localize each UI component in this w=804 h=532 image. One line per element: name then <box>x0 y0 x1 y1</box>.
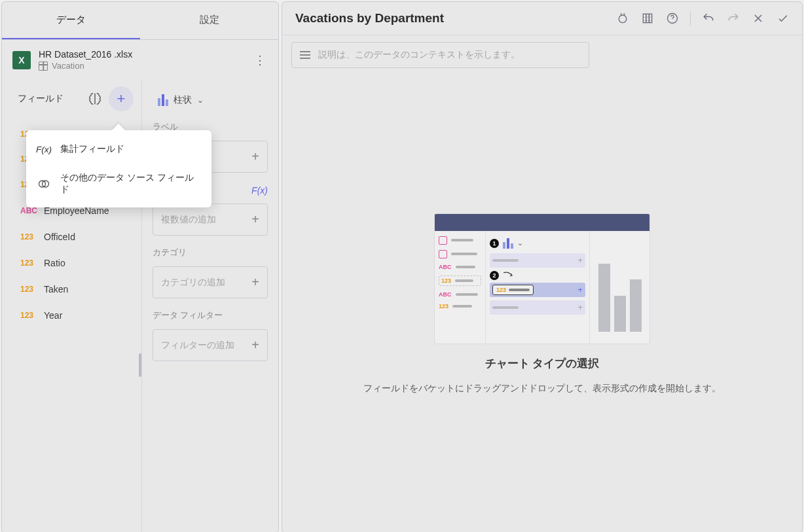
plus-icon[interactable]: + <box>251 212 259 227</box>
description-input[interactable]: 説明は、このデータのコンテキストを示します。 <box>291 42 589 68</box>
string-type-icon: ABC <box>20 206 37 215</box>
plus-icon[interactable]: + <box>251 275 259 290</box>
left-tabs: データ 設定 <box>2 2 278 40</box>
tab-settings[interactable]: 設定 <box>140 2 278 39</box>
plus-icon[interactable]: + <box>251 338 259 353</box>
number-type-icon: 123 <box>20 232 37 241</box>
viz-header: Vacations by Department <box>282 2 802 35</box>
add-field-popover: F(x) 集計フィールド その他のデータ ソース フィールド <box>26 130 211 207</box>
viz-title[interactable]: Vacations by Department <box>291 7 608 29</box>
datasource-row[interactable]: X HR Dataset_2016 .xlsx Vacation ⋮ <box>2 40 278 80</box>
bar-chart-icon <box>158 94 168 106</box>
empty-state-title: チャート タイプの選択 <box>485 356 600 371</box>
left-panel: データ 設定 X HR Dataset_2016 .xlsx Vacation … <box>1 1 279 532</box>
brain-icon[interactable] <box>88 92 102 106</box>
empty-illustration: ABC 123 ABC 123 1 ⌄ + 2 <box>434 213 650 344</box>
visualization-panel: Vacations by Department 説明は、このデータのコンテキスト… <box>282 1 803 532</box>
datasource-menu-button[interactable]: ⋮ <box>252 53 268 67</box>
field-name: Year <box>44 310 62 321</box>
category-dropzone[interactable]: カテゴリの追加 + <box>153 266 268 298</box>
close-button[interactable] <box>748 9 768 28</box>
undo-button[interactable] <box>699 9 718 28</box>
number-type-icon: 123 <box>20 258 37 268</box>
fields-title: フィールド <box>18 93 81 105</box>
grid-icon[interactable] <box>638 9 657 28</box>
bucket-category-title: カテゴリ <box>153 247 268 258</box>
field-item[interactable]: 123Year <box>2 302 141 328</box>
chevron-down-icon: ⌄ <box>197 96 204 105</box>
field-item[interactable]: 123Ratio <box>2 250 141 276</box>
help-icon[interactable] <box>663 9 682 28</box>
number-type-icon: 123 <box>20 311 37 320</box>
svg-rect-1 <box>643 14 651 22</box>
field-item[interactable]: 123Taken <box>2 276 141 302</box>
field-name: OfficeId <box>44 232 75 242</box>
field-name: Taken <box>44 284 68 294</box>
fx-icon: F(x) <box>37 142 51 156</box>
tab-data[interactable]: データ <box>2 2 140 39</box>
plus-icon[interactable]: + <box>251 149 259 164</box>
table-icon <box>39 62 48 71</box>
sheet-name: Vacation <box>52 61 84 71</box>
field-name: Ratio <box>44 258 65 268</box>
viz-canvas: ABC 123 ABC 123 1 ⌄ + 2 <box>282 75 802 532</box>
scrollbar-thumb[interactable] <box>139 353 141 377</box>
confirm-button[interactable] <box>773 9 793 28</box>
add-field-button[interactable]: + <box>109 86 134 111</box>
chart-type-selector[interactable]: 柱状 ⌄ <box>153 90 268 110</box>
value-dropzone[interactable]: 複数値の追加 + <box>153 204 268 236</box>
svg-point-0 <box>619 15 627 23</box>
redo-button[interactable] <box>723 9 743 28</box>
filter-dropzone[interactable]: フィルターの追加 + <box>153 329 268 361</box>
excel-icon: X <box>12 51 31 69</box>
join-icon <box>37 177 51 191</box>
menu-calculated-field[interactable]: F(x) 集計フィールド <box>26 134 211 164</box>
explore-icon[interactable] <box>613 9 632 28</box>
description-icon <box>300 51 310 59</box>
field-item[interactable]: 123OfficeId <box>2 224 141 250</box>
fx-button[interactable]: F(x) <box>251 185 268 196</box>
number-type-icon: 123 <box>20 285 37 294</box>
file-name: HR Dataset_2016 .xlsx <box>39 49 244 60</box>
bucket-filter-title: データ フィルター <box>153 310 268 321</box>
empty-state-subtitle: フィールドをバケットにドラッグアンドドロップして、表示形式の作成を開始します。 <box>363 383 721 395</box>
menu-other-datasource-field[interactable]: その他のデータ ソース フィールド <box>26 164 211 204</box>
